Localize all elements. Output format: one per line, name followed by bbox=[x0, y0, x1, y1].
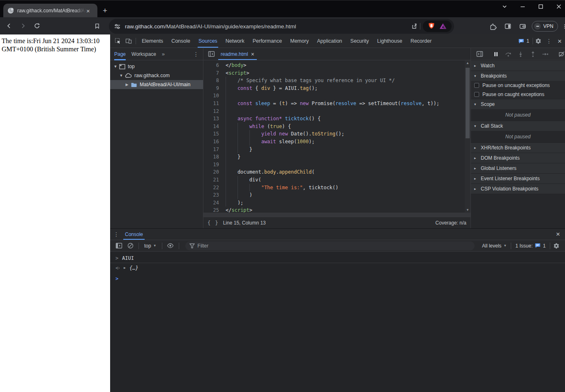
twisty-closed-icon[interactable]: ▶ bbox=[124, 83, 130, 87]
line-number[interactable]: 18 bbox=[203, 153, 221, 161]
editor-horizontal-scrollbar[interactable] bbox=[203, 213, 470, 217]
file-tab-readme[interactable]: readme.html × bbox=[217, 48, 258, 60]
maximize-button[interactable] bbox=[538, 4, 544, 9]
issues-counter[interactable]: 1 bbox=[515, 38, 533, 44]
tab-memory[interactable]: Memory bbox=[286, 34, 313, 48]
context-selector[interactable]: top ▼ bbox=[142, 243, 159, 249]
section-csp-breakpoints[interactable]: ▸ CSP Violation Breakpoints bbox=[471, 183, 565, 194]
section-scope[interactable]: ▾ Scope bbox=[471, 99, 565, 109]
code-line[interactable]: 20document.body.appendChild( bbox=[203, 168, 465, 176]
section-watch[interactable]: ▸ Watch bbox=[471, 60, 565, 71]
pause-caught-row[interactable]: Pause on caught exceptions bbox=[471, 90, 565, 99]
more-tabs-icon[interactable]: » bbox=[162, 51, 165, 57]
code-line[interactable]: 24); bbox=[203, 199, 465, 207]
step-out-icon[interactable] bbox=[528, 49, 538, 60]
console-filter-input[interactable]: Filter bbox=[185, 241, 475, 250]
hide-navigator-icon[interactable] bbox=[206, 49, 217, 60]
tab-elements[interactable]: Elements bbox=[138, 34, 167, 48]
expand-object-icon[interactable]: ▶ bbox=[124, 266, 129, 270]
console-messages[interactable]: > AIUI <· ▶ {…} > bbox=[110, 252, 565, 392]
console-issues-counter[interactable]: 1 Issue: 1 bbox=[512, 243, 549, 249]
devtools-close-icon[interactable]: × bbox=[554, 36, 565, 46]
line-number[interactable]: 23 bbox=[203, 191, 221, 199]
code-line[interactable]: 6</body> bbox=[203, 62, 465, 69]
line-number[interactable]: 7 bbox=[203, 69, 221, 77]
code-line[interactable]: 16await sleep(1000); bbox=[203, 138, 465, 146]
checkbox-caught[interactable] bbox=[474, 92, 479, 97]
new-tab-button[interactable]: + bbox=[103, 6, 107, 15]
console-prompt-row[interactable]: > bbox=[110, 274, 565, 283]
vpn-button[interactable]: VPN bbox=[532, 21, 558, 32]
tab-sources[interactable]: Sources bbox=[194, 34, 221, 48]
code-line[interactable]: 10 bbox=[203, 92, 465, 100]
wallet-icon[interactable] bbox=[517, 21, 528, 32]
twisty-open-icon[interactable]: ▼ bbox=[113, 64, 118, 69]
minimize-button[interactable] bbox=[520, 4, 526, 9]
code-line[interactable]: 9const { div } = AIUI.tag(); bbox=[203, 85, 465, 92]
tab-application[interactable]: Application bbox=[313, 34, 346, 48]
line-number[interactable]: 16 bbox=[203, 138, 221, 146]
sidebar-icon[interactable] bbox=[502, 21, 514, 32]
line-number[interactable]: 10 bbox=[203, 92, 221, 100]
line-number[interactable]: 11 bbox=[203, 100, 221, 108]
url-bar[interactable]: raw.githack.com/MatAtBread/AI-UI/main/gu… bbox=[109, 19, 454, 34]
code-line[interactable]: 11const sleep = (t) => new Promise(resol… bbox=[203, 100, 465, 108]
pause-uncaught-row[interactable]: Pause on uncaught exceptions bbox=[471, 81, 565, 90]
step-over-icon[interactable] bbox=[503, 49, 514, 60]
tab-security[interactable]: Security bbox=[346, 34, 373, 48]
reload-button[interactable] bbox=[31, 20, 43, 32]
scroll-down-icon[interactable]: ▼ bbox=[465, 208, 470, 212]
line-number[interactable]: 24 bbox=[203, 199, 221, 207]
tab-network[interactable]: Network bbox=[221, 34, 249, 48]
scroll-up-icon[interactable]: ▲ bbox=[465, 61, 470, 65]
tree-item-domain[interactable]: ▼ raw.githack.com bbox=[110, 71, 203, 80]
browser-tab[interactable]: raw.githack.com/MatAtBread/AI × bbox=[3, 4, 97, 18]
inspect-element-icon[interactable] bbox=[113, 36, 123, 46]
close-window-button[interactable] bbox=[556, 4, 562, 9]
tab-search-icon[interactable] bbox=[502, 4, 507, 9]
brave-shield-icon[interactable] bbox=[428, 22, 435, 30]
editor-vertical-scrollbar[interactable]: ▲ ▼ bbox=[465, 60, 470, 213]
navigator-tab-page[interactable]: Page bbox=[114, 48, 126, 60]
line-number[interactable]: 8 bbox=[203, 77, 221, 85]
section-event-listener-breakpoints[interactable]: ▸ Event Listener Breakpoints bbox=[471, 173, 565, 183]
drawer-tab-console[interactable]: Console bbox=[123, 229, 145, 240]
site-settings-icon[interactable] bbox=[114, 23, 121, 30]
url-text[interactable]: raw.githack.com/MatAtBread/AI-UI/main/gu… bbox=[125, 23, 408, 30]
code-line[interactable]: 21div( bbox=[203, 176, 465, 184]
drawer-close-icon[interactable]: × bbox=[556, 231, 562, 238]
console-result-row[interactable]: <· ▶ {…} bbox=[110, 263, 565, 273]
object-preview[interactable]: {…} bbox=[129, 265, 138, 271]
line-number[interactable]: 19 bbox=[203, 161, 221, 169]
section-breakpoints[interactable]: ▾ Breakpoints bbox=[471, 71, 565, 81]
live-expression-eye-icon[interactable] bbox=[165, 241, 176, 251]
tab-recorder[interactable]: Recorder bbox=[406, 34, 436, 48]
brave-rewards-icon[interactable] bbox=[439, 23, 447, 30]
tab-performance[interactable]: Performance bbox=[249, 34, 286, 48]
code-line[interactable]: 17} bbox=[203, 146, 465, 154]
file-tab-close-icon[interactable]: × bbox=[251, 51, 254, 57]
settings-gear-icon[interactable] bbox=[533, 36, 544, 46]
line-number[interactable]: 13 bbox=[203, 115, 221, 123]
console-command-row[interactable]: > AIUI bbox=[110, 254, 565, 263]
code-line[interactable]: 8/* Specify what base tags you reference… bbox=[203, 77, 465, 85]
tree-item-top[interactable]: ▼ top bbox=[110, 62, 203, 71]
clear-console-icon[interactable] bbox=[125, 241, 136, 251]
pause-script-icon[interactable] bbox=[491, 49, 501, 60]
code-line[interactable]: 23) bbox=[203, 191, 465, 199]
back-button[interactable] bbox=[3, 20, 15, 32]
code-line[interactable]: 12 bbox=[203, 108, 465, 115]
share-icon[interactable] bbox=[408, 21, 420, 32]
code-line[interactable]: 7<script> bbox=[203, 69, 465, 77]
line-number[interactable]: 21 bbox=[203, 176, 221, 184]
tab-close-icon[interactable]: × bbox=[86, 8, 90, 14]
checkbox-uncaught[interactable] bbox=[474, 83, 479, 88]
step-into-icon[interactable] bbox=[515, 49, 526, 60]
line-number[interactable]: 9 bbox=[203, 85, 221, 92]
section-global-listeners[interactable]: ▸ Global Listeners bbox=[471, 163, 565, 173]
line-number[interactable]: 6 bbox=[203, 62, 221, 69]
navigator-menu-icon[interactable]: ⋮ bbox=[193, 51, 203, 57]
line-number[interactable]: 22 bbox=[203, 184, 221, 192]
tree-item-folder-selected[interactable]: ▶ MatAtBread/AI-UI/main bbox=[110, 80, 203, 89]
line-number[interactable]: 17 bbox=[203, 146, 221, 154]
